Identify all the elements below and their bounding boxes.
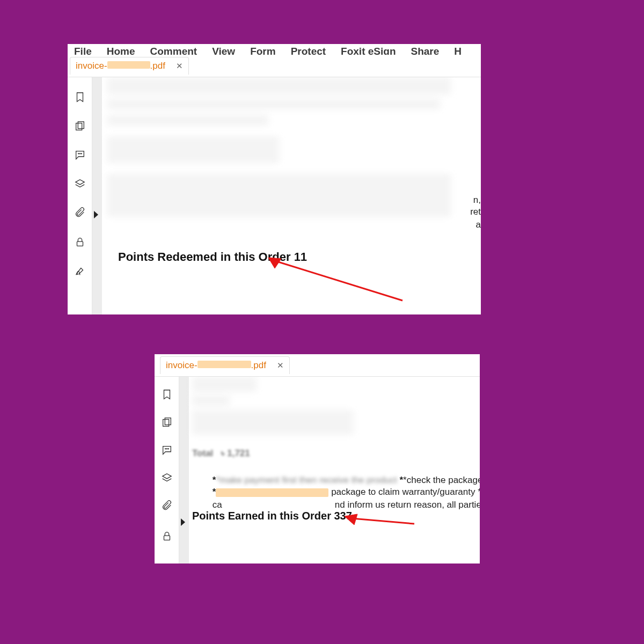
svg-rect-1 [78,122,84,129]
tab2-name-suffix: .pdf [251,360,266,370]
attachment-icon[interactable] [74,207,86,221]
svg-point-11 [166,449,167,449]
tab-name-redacted [107,61,150,69]
tab2-name-prefix: invoice- [166,360,197,370]
expand-caret-icon[interactable] [94,211,98,218]
menu-view[interactable]: View [212,48,235,55]
layers-icon[interactable] [161,472,173,486]
svg-point-3 [79,153,80,154]
security-icon[interactable] [161,528,173,544]
pages-icon[interactable] [161,416,173,430]
close-tab-icon[interactable]: ✕ [176,61,183,71]
menu-comment[interactable]: Comment [150,48,197,55]
document-page-2: Total ৳ 1,721 **make payment first then … [189,377,480,564]
points-redeemed-line: Points Redeemed in this Order 11 [118,250,307,264]
svg-rect-13 [164,536,170,540]
doc2-total-line: Total ৳ 1,721 [192,448,250,459]
sidebar-2 [155,377,179,564]
tab-name-suffix: .pdf [150,61,165,71]
menu-foxit-esign[interactable]: Foxit eSign [341,48,396,55]
panel-gutter-2 [179,377,189,564]
svg-rect-8 [163,420,169,427]
comments-icon[interactable] [74,149,86,163]
svg-rect-9 [165,418,171,425]
svg-line-6 [275,261,402,301]
workspace: n, ret a Points Redeemed in this Order 1… [68,77,481,314]
menu-partial[interactable]: H [454,48,462,55]
security-icon[interactable] [74,236,86,250]
bookmark-icon[interactable] [161,389,173,402]
pdf-reader-window-1: File Home Comment View Form Protect Foxi… [68,44,481,314]
layers-icon[interactable] [74,178,86,192]
points-earned-line: Points Earned in this Order 337 [192,510,352,522]
doc1-fragment-3: a [476,219,481,231]
menu-protect[interactable]: Protect [291,48,326,55]
sidebar [68,77,92,314]
menu-share[interactable]: Share [411,48,440,55]
pages-icon[interactable] [74,120,86,134]
ribbon-menu: File Home Comment View Form Protect Foxi… [68,44,481,55]
close-tab-icon-2[interactable]: ✕ [277,361,284,370]
doc1-fragment-2: ret [470,206,481,218]
document-page: n, ret a Points Redeemed in this Order 1… [102,77,481,314]
bookmark-icon[interactable] [74,91,86,105]
svg-rect-5 [77,241,83,246]
document-tab[interactable]: invoice-.pdf ✕ [70,57,189,75]
workspace-2: Total ৳ 1,721 **make payment first then … [155,377,480,564]
doc1-fragment-1: n, [473,194,481,206]
svg-point-4 [81,153,82,154]
tab2-name-redacted [197,361,251,368]
expand-caret-icon-2[interactable] [181,518,185,526]
menu-home[interactable]: Home [107,48,135,55]
svg-point-10 [165,449,165,449]
signature-icon[interactable] [74,265,86,279]
menu-form[interactable]: Form [250,48,276,55]
document-tab-2[interactable]: invoice-.pdf ✕ [160,356,290,374]
tab-bar: invoice-.pdf ✕ [68,55,481,77]
comments-icon[interactable] [161,444,173,458]
svg-point-12 [168,449,169,449]
tab-name-prefix: invoice- [76,61,107,71]
pdf-reader-window-2: invoice-.pdf ✕ Total ৳ 1,721 **make paym… [155,354,480,564]
svg-rect-0 [76,123,82,130]
attachment-icon[interactable] [161,500,173,514]
svg-point-2 [78,153,78,154]
panel-gutter [92,77,102,314]
tab-bar-2: invoice-.pdf ✕ [155,354,480,377]
menu-file[interactable]: File [74,48,92,55]
